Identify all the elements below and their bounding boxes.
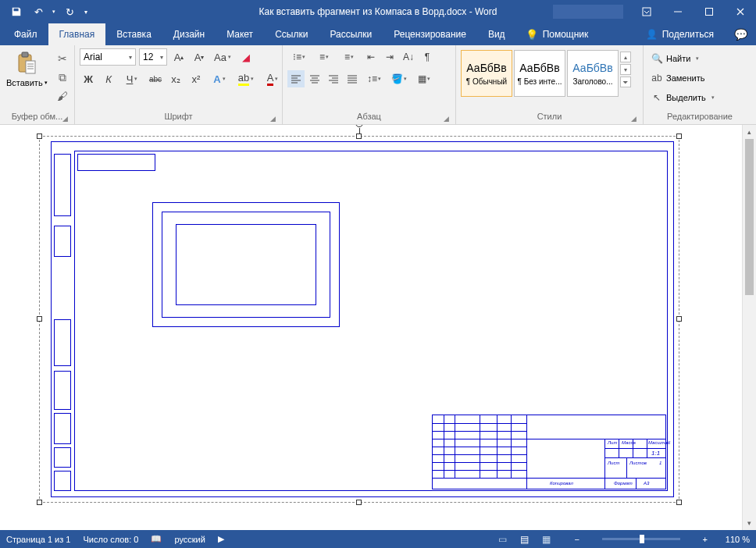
styles-row-down[interactable]: ▾ xyxy=(620,64,631,75)
style-normal[interactable]: АаБбВв ¶ Обычный xyxy=(461,50,512,97)
font-color-button[interactable]: A▾ xyxy=(261,70,284,87)
tab-file[interactable]: Файл xyxy=(3,23,48,45)
styles-launcher[interactable]: ◢ xyxy=(631,115,637,123)
web-layout-button[interactable]: ▦ xyxy=(537,532,557,547)
replace-button[interactable]: abЗаменить xyxy=(648,69,708,87)
undo-dropdown[interactable]: ▾ xyxy=(50,2,58,22)
document-area: Лит Масса Масштаб 1:1 Лист Листов 1 Копи… xyxy=(0,125,756,530)
underline-button[interactable]: Ч▾ xyxy=(120,70,144,87)
select-button[interactable]: ↖Выделить▾ xyxy=(648,89,718,106)
minimize-button[interactable] xyxy=(662,0,694,23)
bullets-button[interactable]: ⁝≡▾ xyxy=(287,48,311,66)
text-effects-button[interactable]: A▾ xyxy=(208,70,231,87)
strikethrough-button[interactable]: abc xyxy=(147,70,164,87)
tab-view[interactable]: Вид xyxy=(477,23,516,45)
subscript-button[interactable]: x₂ xyxy=(167,70,184,87)
replace-icon: ab xyxy=(651,73,662,84)
rotate-handle[interactable] xyxy=(355,125,363,127)
zoom-out-button[interactable]: − xyxy=(569,535,585,544)
tab-review[interactable]: Рецензирование xyxy=(383,23,477,45)
resize-handle-tm[interactable] xyxy=(356,133,362,139)
document-canvas[interactable]: Лит Масса Масштаб 1:1 Лист Листов 1 Копи… xyxy=(0,125,742,530)
scroll-up-button[interactable]: ▴ xyxy=(743,125,756,139)
maximize-button[interactable] xyxy=(694,0,725,23)
find-button[interactable]: 🔍Найти▾ xyxy=(648,50,702,67)
print-layout-button[interactable]: ▤ xyxy=(515,532,535,547)
align-left-button[interactable] xyxy=(287,70,305,87)
multilevel-button[interactable]: ≡▾ xyxy=(337,48,361,66)
tab-mailings[interactable]: Рассылки xyxy=(319,23,383,45)
clipboard-launcher[interactable]: ◢ xyxy=(62,115,68,123)
word-count[interactable]: Число слов: 0 xyxy=(83,535,138,544)
tell-me[interactable]: 💡Помощник xyxy=(516,23,598,45)
shading-button[interactable]: 🪣▾ xyxy=(387,70,411,87)
justify-button[interactable] xyxy=(344,70,361,87)
line-spacing-button[interactable]: ↕≡▾ xyxy=(362,70,386,87)
undo-button[interactable]: ↶ xyxy=(28,2,48,22)
numbering-button[interactable]: ≡▾ xyxy=(312,48,336,66)
show-marks-button[interactable]: ¶ xyxy=(419,48,436,66)
close-button[interactable] xyxy=(725,0,756,23)
vertical-scrollbar[interactable]: ▴ ▾ xyxy=(742,125,756,530)
resize-handle-ml[interactable] xyxy=(37,316,42,322)
styles-more[interactable]: ⏷ xyxy=(620,77,631,87)
sort-button[interactable]: A↓ xyxy=(400,48,417,66)
proofing-button[interactable]: 📖 xyxy=(151,534,162,544)
inserted-image-object[interactable]: Лит Масса Масштаб 1:1 Лист Листов 1 Копи… xyxy=(39,136,679,503)
qat-customize[interactable]: ▾ xyxy=(81,2,91,22)
style-no-spacing[interactable]: АаБбВв ¶ Без инте... xyxy=(514,50,565,97)
italic-button[interactable]: К xyxy=(100,70,117,87)
tab-layout[interactable]: Макет xyxy=(216,23,264,45)
page-indicator[interactable]: Страница 1 из 1 xyxy=(6,535,70,544)
borders-button[interactable]: ▦▾ xyxy=(412,70,436,87)
tab-home[interactable]: Главная xyxy=(48,23,106,45)
paragraph-launcher[interactable]: ◢ xyxy=(444,115,449,123)
cut-button[interactable]: ✂ xyxy=(55,52,70,66)
resize-handle-bl[interactable] xyxy=(37,500,42,505)
resize-handle-tr[interactable] xyxy=(676,133,682,139)
redo-button[interactable]: ↻ xyxy=(59,2,80,22)
font-name-select[interactable]: Arial▾ xyxy=(80,48,136,66)
macro-button[interactable]: ▶ xyxy=(218,534,224,544)
shrink-font-button[interactable]: A▾ xyxy=(191,48,208,66)
share-button[interactable]: 👤Поделиться xyxy=(635,23,725,45)
resize-handle-bm[interactable] xyxy=(356,500,362,505)
scroll-down-button[interactable]: ▾ xyxy=(743,516,756,530)
zoom-in-button[interactable]: + xyxy=(697,535,713,544)
paste-button[interactable]: Вставить▾ xyxy=(5,48,51,87)
user-account[interactable] xyxy=(553,5,623,19)
ribbon-display-button[interactable] xyxy=(631,0,662,23)
resize-handle-br[interactable] xyxy=(676,500,682,505)
read-mode-button[interactable]: ▭ xyxy=(493,532,513,547)
resize-handle-mr[interactable] xyxy=(676,316,682,322)
language-button[interactable]: русский xyxy=(174,535,205,544)
grow-font-button[interactable]: A▴ xyxy=(170,48,187,66)
font-size-select[interactable]: 12▾ xyxy=(139,48,167,66)
scroll-thumb[interactable] xyxy=(745,139,754,295)
font-launcher[interactable]: ◢ xyxy=(270,115,276,123)
highlight-button[interactable]: ab▾ xyxy=(234,70,258,87)
tab-references[interactable]: Ссылки xyxy=(264,23,319,45)
tab-design[interactable]: Дизайн xyxy=(162,23,216,45)
decrease-indent-button[interactable]: ⇤ xyxy=(362,48,380,66)
superscript-button[interactable]: x² xyxy=(187,70,205,87)
copy-button[interactable]: ⧉ xyxy=(55,70,70,84)
clear-formatting-button[interactable]: ◢ xyxy=(237,48,255,66)
zoom-level[interactable]: 110 % xyxy=(726,535,750,544)
align-right-button[interactable] xyxy=(325,70,342,87)
group-paragraph: ⁝≡▾ ≡▾ ≡▾ ⇤ ⇥ A↓ ¶ xyxy=(283,45,456,124)
save-button[interactable] xyxy=(6,2,27,22)
tab-insert[interactable]: Вставка xyxy=(105,23,162,45)
change-case-button[interactable]: Aa▾ xyxy=(211,48,234,66)
increase-indent-button[interactable]: ⇥ xyxy=(381,48,398,66)
resize-handle-tl[interactable] xyxy=(37,133,42,139)
style-heading1[interactable]: АаБбВв Заголово... xyxy=(567,50,619,97)
align-center-button[interactable] xyxy=(306,70,323,87)
comments-button[interactable]: 💬 xyxy=(725,23,756,45)
svg-rect-4 xyxy=(22,52,28,57)
format-painter-button[interactable]: 🖌 xyxy=(55,89,70,103)
status-bar: Страница 1 из 1 Число слов: 0 📖 русский … xyxy=(0,530,756,548)
bold-button[interactable]: Ж xyxy=(80,70,97,87)
styles-row-up[interactable]: ▴ xyxy=(620,52,631,62)
zoom-slider[interactable] xyxy=(602,538,680,540)
